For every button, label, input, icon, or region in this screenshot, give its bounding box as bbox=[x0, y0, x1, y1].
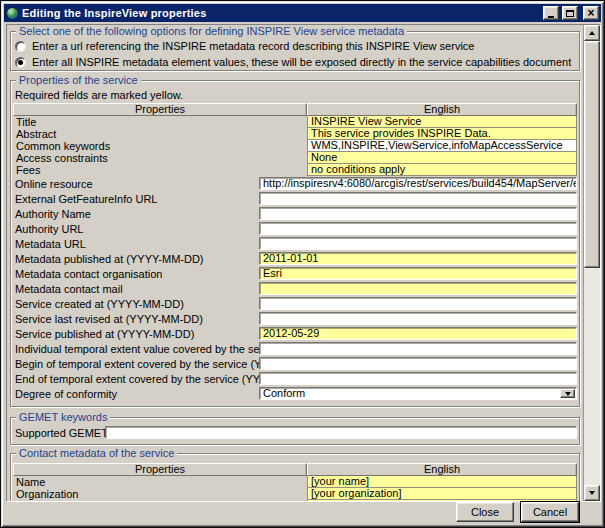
minimize-button[interactable] bbox=[543, 6, 559, 20]
field-row-service-published: Service published at (YYYY-MM-DD) 2012-0… bbox=[13, 326, 577, 341]
cell-value[interactable]: no conditions apply bbox=[307, 164, 577, 176]
scroll-down-button[interactable] bbox=[584, 485, 600, 501]
authority-url-input[interactable] bbox=[259, 222, 577, 235]
metadata-url-input[interactable] bbox=[259, 237, 577, 250]
field-label: Individual temporal extent value covered… bbox=[13, 343, 259, 355]
title-bar[interactable]: Editing the InspireView properties × bbox=[4, 4, 601, 22]
field-label: Metadata contact organisation bbox=[13, 268, 259, 280]
contact-metadata-groupbox: Contact metadata of the service Properti… bbox=[10, 453, 580, 501]
chevron-down-icon bbox=[565, 392, 571, 396]
field-row-end-temporal-extent: End of temporal extent covered by the se… bbox=[13, 371, 577, 386]
chevron-up-icon bbox=[589, 31, 595, 35]
maximize-icon bbox=[566, 10, 574, 17]
combobox-value: Conform bbox=[263, 388, 305, 399]
field-row-online-resource: Online resource http://inspiresrv4:6080/… bbox=[13, 176, 577, 191]
field-row-service-created: Service created at (YYYY-MM-DD) bbox=[13, 296, 577, 311]
field-row-metadata-contact-organisation: Metadata contact organisation Esri bbox=[13, 266, 577, 281]
table-row-organization: Organization [your organization] bbox=[13, 488, 577, 500]
field-row-degree-of-conformity: Degree of conformity Conform bbox=[13, 386, 577, 401]
field-label: Service created at (YYYY-MM-DD) bbox=[13, 298, 259, 310]
scroll-pane: Select one of the following options for … bbox=[6, 24, 601, 502]
close-window-button[interactable]: × bbox=[583, 6, 599, 20]
field-label: Online resource bbox=[13, 178, 259, 190]
service-last-revised-input[interactable] bbox=[259, 312, 577, 325]
dialog-content: Select one of the following options for … bbox=[7, 25, 583, 501]
scroll-up-button[interactable] bbox=[584, 25, 600, 41]
service-properties-groupbox: Properties of the service Required field… bbox=[10, 80, 580, 407]
service-published-input[interactable]: 2012-05-29 bbox=[259, 327, 577, 340]
cell-value[interactable]: This service provides INSPIRE Data. bbox=[307, 128, 577, 140]
field-label: Supported GEMET themes bbox=[13, 427, 105, 439]
maximize-button[interactable] bbox=[562, 6, 578, 20]
field-value: 2012-05-29 bbox=[263, 328, 319, 339]
close-icon: × bbox=[587, 8, 594, 18]
external-getfeatureinfo-url-input[interactable] bbox=[259, 192, 577, 205]
field-label: Metadata contact mail bbox=[13, 283, 259, 295]
field-value: Esri bbox=[263, 268, 282, 279]
field-label: Service last revised at (YYYY-MM-DD) bbox=[13, 313, 259, 325]
contact-table-header: Properties English bbox=[13, 463, 577, 476]
header-english: English bbox=[307, 463, 577, 476]
radio-row-url[interactable]: Enter a url referencing the INSPIRE meta… bbox=[15, 38, 573, 54]
field-value: http://inspiresrv4:6080/arcgis/rest/serv… bbox=[263, 178, 576, 189]
close-button[interactable]: Close bbox=[456, 502, 514, 522]
cell-label: Title bbox=[13, 116, 307, 128]
header-english: English bbox=[307, 103, 577, 116]
metadata-options-groupbox: Select one of the following options for … bbox=[10, 31, 580, 71]
field-row-metadata-contact-mail: Metadata contact mail bbox=[13, 281, 577, 296]
radio-row-all-values[interactable]: Enter all INSPIRE metadata element value… bbox=[15, 54, 573, 70]
cell-label: Name bbox=[13, 476, 307, 488]
required-fields-note: Required fields are marked yellow. bbox=[13, 89, 577, 102]
supported-gemet-themes-input[interactable] bbox=[105, 426, 577, 439]
metadata-contact-mail-input[interactable] bbox=[259, 282, 577, 295]
table-row-abstract: Abstract This service provides INSPIRE D… bbox=[13, 128, 577, 140]
header-properties: Properties bbox=[13, 103, 307, 116]
cell-value[interactable]: INSPIRE View Service bbox=[307, 116, 577, 128]
cell-value[interactable]: [your name] bbox=[307, 476, 577, 488]
scrollbar-thumb[interactable] bbox=[584, 41, 600, 268]
field-label: Begin of temporal extent covered by the … bbox=[13, 358, 259, 370]
cell-label: Access constraints bbox=[13, 152, 307, 164]
metadata-published-input[interactable]: 2011-01-01 bbox=[259, 252, 577, 265]
degree-of-conformity-combobox[interactable]: Conform bbox=[259, 387, 577, 400]
field-row-authority-name: Authority Name bbox=[13, 206, 577, 221]
cell-label: Organization bbox=[13, 488, 307, 500]
field-row-individual-temporal-extent: Individual temporal extent value covered… bbox=[13, 341, 577, 356]
end-temporal-extent-input[interactable] bbox=[259, 372, 577, 385]
globe-app-icon bbox=[6, 7, 19, 20]
radio-all-values[interactable] bbox=[15, 57, 26, 68]
service-table-header: Properties English bbox=[13, 103, 577, 116]
metadata-contact-organisation-input[interactable]: Esri bbox=[259, 267, 577, 280]
radio-url-label: Enter a url referencing the INSPIRE meta… bbox=[32, 40, 474, 52]
radio-all-values-label: Enter all INSPIRE metadata element value… bbox=[32, 56, 571, 68]
field-row-external-getfeatureinfo-url: External GetFeatureInfo URL bbox=[13, 191, 577, 206]
cell-label: Common keywords bbox=[13, 140, 307, 152]
field-label: Metadata published at (YYYY-MM-DD) bbox=[13, 253, 259, 265]
gemet-group-title: GEMET keywords bbox=[16, 411, 110, 423]
dropdown-button[interactable] bbox=[560, 389, 575, 398]
minimize-icon bbox=[548, 16, 554, 18]
header-properties: Properties bbox=[13, 463, 307, 476]
field-label: Authority URL bbox=[13, 223, 259, 235]
gemet-keywords-groupbox: GEMET keywords Supported GEMET themes bbox=[10, 417, 580, 445]
cell-value[interactable]: [your organization] bbox=[307, 488, 577, 500]
field-label: Authority Name bbox=[13, 208, 259, 220]
begin-temporal-extent-input[interactable] bbox=[259, 357, 577, 370]
field-row-begin-temporal-extent: Begin of temporal extent covered by the … bbox=[13, 356, 577, 371]
online-resource-input[interactable]: http://inspiresrv4:6080/arcgis/rest/serv… bbox=[259, 177, 577, 190]
service-created-input[interactable] bbox=[259, 297, 577, 310]
individual-temporal-extent-input[interactable] bbox=[259, 342, 577, 355]
table-row-name: Name [your name] bbox=[13, 476, 577, 488]
vertical-scrollbar[interactable] bbox=[583, 25, 600, 501]
authority-name-input[interactable] bbox=[259, 207, 577, 220]
cell-value[interactable]: WMS,INSPIRE,ViewService,infoMapAccessSer… bbox=[307, 140, 577, 152]
cell-label: Abstract bbox=[13, 128, 307, 140]
field-label: Service published at (YYYY-MM-DD) bbox=[13, 328, 259, 340]
chevron-down-icon bbox=[589, 491, 595, 495]
field-row-metadata-published: Metadata published at (YYYY-MM-DD) 2011-… bbox=[13, 251, 577, 266]
cell-value[interactable]: None bbox=[307, 152, 577, 164]
contact-group-title: Contact metadata of the service bbox=[16, 447, 177, 459]
cancel-button[interactable]: Cancel bbox=[521, 502, 579, 522]
field-row-authority-url: Authority URL bbox=[13, 221, 577, 236]
radio-url-metadata[interactable] bbox=[15, 41, 26, 52]
